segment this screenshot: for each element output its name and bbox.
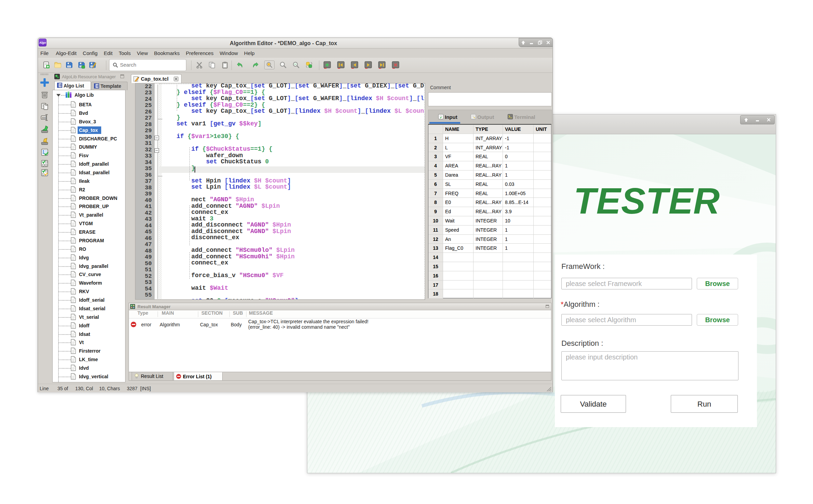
svg-text:xxx: xxx	[42, 117, 46, 119]
